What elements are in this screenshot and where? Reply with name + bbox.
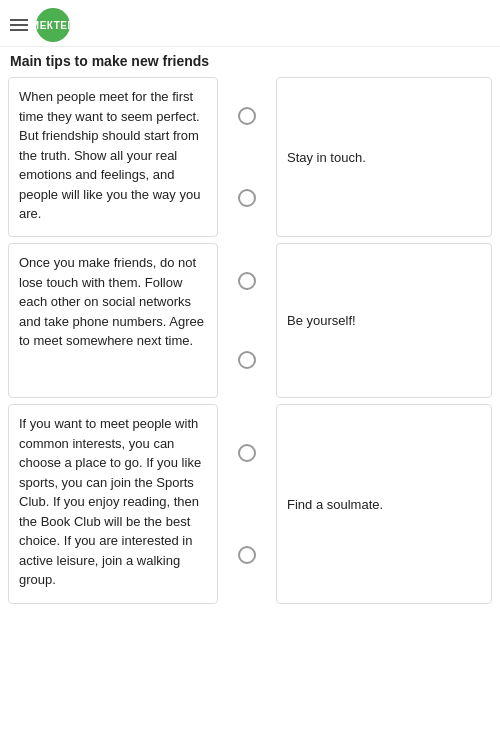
middle-cell-1 xyxy=(222,77,272,237)
answer-text-3: Find a soulmate. xyxy=(287,497,383,512)
right-cell-3: Find a soulmate. xyxy=(276,404,492,604)
bold-text-1: Show all your real emotions and feelings xyxy=(19,148,177,183)
radio-1a[interactable] xyxy=(238,107,256,125)
left-text-3: If you want to meet people with common i… xyxy=(19,416,201,587)
right-cell-2: Be yourself! xyxy=(276,243,492,398)
answer-text-2: Be yourself! xyxy=(287,313,356,328)
left-text-1: When people meet for the first time they… xyxy=(19,89,200,221)
header-left: МЕКТЕП xyxy=(10,8,70,42)
middle-cell-2 xyxy=(222,243,272,398)
left-text-2: Once you make friends, do not lose touch… xyxy=(19,255,204,348)
header: МЕКТЕП xyxy=(0,0,500,47)
hamburger-icon[interactable] xyxy=(10,19,28,31)
left-cell-3: If you want to meet people with common i… xyxy=(8,404,218,604)
radio-3a[interactable] xyxy=(238,444,256,462)
question-row-3: If you want to meet people with common i… xyxy=(8,404,492,604)
middle-cell-3 xyxy=(222,404,272,604)
bold-text-3: meet people with common interests xyxy=(19,416,198,451)
answer-text-1: Stay in touch. xyxy=(287,150,366,165)
bold-text-2a: do not lose touch xyxy=(19,255,196,290)
avatar: МЕКТЕП xyxy=(36,8,70,42)
question-row-1: When people meet for the first time they… xyxy=(8,77,492,237)
left-cell-1: When people meet for the first time they… xyxy=(8,77,218,237)
right-cell-1: Stay in touch. xyxy=(276,77,492,237)
left-cell-2: Once you make friends, do not lose touch… xyxy=(8,243,218,398)
radio-2b[interactable] xyxy=(238,351,256,369)
content-container: When people meet for the first time they… xyxy=(0,77,500,604)
radio-3b[interactable] xyxy=(238,546,256,564)
radio-1b[interactable] xyxy=(238,189,256,207)
radio-2a[interactable] xyxy=(238,272,256,290)
bold-text-2b: social networks xyxy=(102,294,191,309)
question-row-2: Once you make friends, do not lose touch… xyxy=(8,243,492,398)
page-title: Main tips to make new friends xyxy=(0,47,500,77)
